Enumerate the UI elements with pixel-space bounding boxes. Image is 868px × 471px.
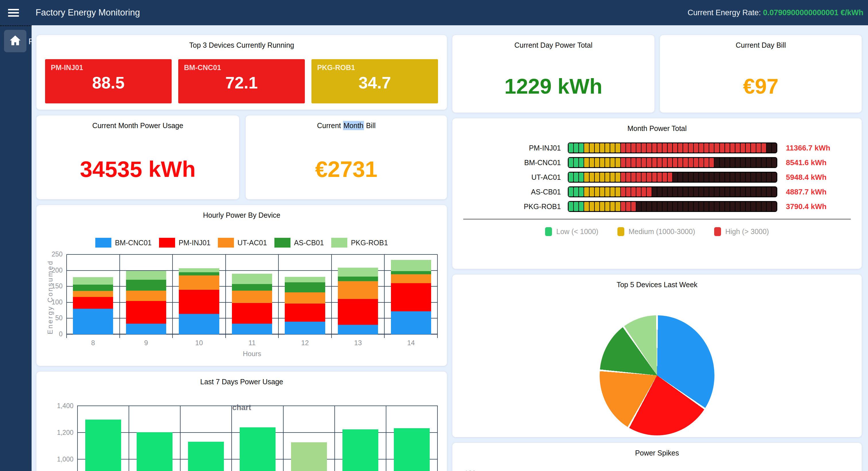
gauge-segment	[704, 187, 709, 197]
bar-segment-UT-AC01	[285, 292, 325, 303]
gauge-segment	[741, 173, 745, 182]
gauge-segment	[642, 158, 646, 167]
gauge-segment	[569, 173, 573, 182]
gauge-segment	[569, 143, 573, 152]
gauge-segment	[642, 202, 646, 211]
title-part: Current	[317, 121, 343, 129]
bar-segment-PKG-ROB1	[73, 277, 113, 285]
gauge-segment	[772, 158, 776, 167]
led-gauge-bar	[568, 186, 777, 197]
gauge-segment	[657, 173, 662, 182]
led-gauge-bar	[568, 201, 777, 212]
bar-slot	[173, 255, 226, 334]
gauge-segment	[683, 202, 688, 211]
device-name: PKG-ROB1	[311, 59, 438, 72]
gauge-segment	[579, 143, 584, 152]
gauge-segment	[694, 187, 699, 197]
gauge-segment	[673, 173, 677, 182]
device-gauge-rows: PM-INJ0111366.7 kWhBM-CNC018541.6 kWhUT-…	[453, 143, 862, 212]
current-month-bill-card: Current Month Bill €2731	[246, 115, 447, 199]
gauge-segment	[767, 143, 771, 152]
bar-segment-UT-AC01	[73, 291, 113, 297]
gauge-segment	[605, 143, 610, 152]
gauge-segment	[626, 158, 631, 167]
card-title: Current Day Bill	[660, 35, 862, 50]
bar-segment-PKG-ROB1	[338, 268, 378, 276]
gauge-segment	[772, 143, 776, 152]
chart-title: Last 7 Days Power Usage	[36, 372, 447, 386]
gauge-segment	[621, 158, 625, 167]
gauge-segment	[631, 173, 636, 182]
gauge-segment	[746, 202, 750, 211]
bar-segment-PM-INJ01	[232, 303, 272, 324]
gauge-segment	[657, 202, 662, 211]
legend-label: PM-INJ01	[179, 239, 210, 247]
bar-slot	[332, 255, 384, 334]
gauge-segment	[637, 143, 641, 152]
x-axis-tick-label: 10	[173, 339, 226, 347]
device-power-value: 34.7	[311, 73, 438, 92]
current-energy-rate: Current Energy Rate: 0.0790900000000001 …	[688, 8, 863, 17]
card-title: Current Month Power Usage	[36, 115, 239, 130]
bar-segment-PM-INJ01	[73, 297, 113, 309]
gauge-segment	[590, 173, 594, 182]
gauge-segment	[626, 143, 631, 152]
gauge-segment	[720, 187, 724, 197]
gridline-vertical	[437, 406, 438, 471]
bar-segment-PM-INJ01	[126, 301, 166, 324]
power-spikes-card: Power Spikes 130	[453, 443, 862, 471]
stacked-bar	[73, 255, 113, 334]
gauge-segment	[626, 173, 631, 182]
gauge-segment	[621, 173, 625, 182]
gauge-segment	[678, 158, 683, 167]
stacked-bar	[338, 255, 378, 334]
gauge-segment	[730, 158, 735, 167]
gauge-segment	[767, 158, 771, 167]
y-axis-tick-label: 1,000	[48, 455, 73, 463]
gauge-segment	[610, 202, 615, 211]
month-power-total-card: Month Power Total PM-INJ0111366.7 kWhBM-…	[453, 118, 862, 269]
x-axis-label: Hours	[67, 350, 437, 358]
gauge-segment	[746, 158, 750, 167]
home-button[interactable]	[4, 30, 26, 52]
gauge-row: PKG-ROB13790.4 kWh	[453, 201, 862, 212]
device-power-value: 88.5	[45, 73, 172, 92]
gauge-segment	[569, 158, 573, 167]
gauge-segment	[735, 173, 740, 182]
legend-item: PM-INJ01	[159, 238, 210, 247]
month-cards-row: Current Month Power Usage 34535 kWh Curr…	[36, 115, 447, 199]
gauge-segment	[730, 187, 735, 197]
device-name: AS-CB01	[453, 188, 568, 196]
gauge-segment	[590, 202, 594, 211]
gauge-segment	[662, 202, 667, 211]
gauge-segment	[610, 173, 615, 182]
bar-segment-BM-CNC01	[232, 324, 272, 334]
chart-title: Hourly Power By Device	[36, 205, 447, 219]
gauge-segment	[678, 202, 683, 211]
gauge-segment	[683, 158, 688, 167]
gauge-segment	[694, 173, 699, 182]
gauge-segment	[683, 173, 688, 182]
gauge-segment	[595, 158, 599, 167]
bar-slot	[120, 255, 173, 334]
home-icon	[9, 34, 22, 48]
gauge-segment	[741, 143, 745, 152]
bar-slot	[226, 255, 279, 334]
gauge-segment	[694, 143, 699, 152]
device-name: PM-INJ01	[453, 144, 568, 152]
daily-usage-bar	[136, 432, 173, 471]
legend-item: BM-CNC01	[95, 238, 152, 247]
device-kwh-value: 3790.4 kWh	[777, 202, 827, 211]
x-axis-tick-mark	[66, 334, 67, 338]
gauge-segment	[772, 202, 776, 211]
hamburger-menu-icon[interactable]	[8, 7, 19, 19]
gauge-segment	[574, 202, 578, 211]
gauge-segment	[746, 187, 750, 197]
bar-segment-AS-CB01	[391, 271, 431, 274]
gauge-segment	[584, 143, 589, 152]
daily-usage-bar	[240, 428, 276, 471]
gauge-segment	[704, 143, 709, 152]
x-axis-tick-label: 13	[332, 339, 384, 347]
gauge-segment	[704, 202, 709, 211]
stacked-bar	[285, 255, 325, 334]
